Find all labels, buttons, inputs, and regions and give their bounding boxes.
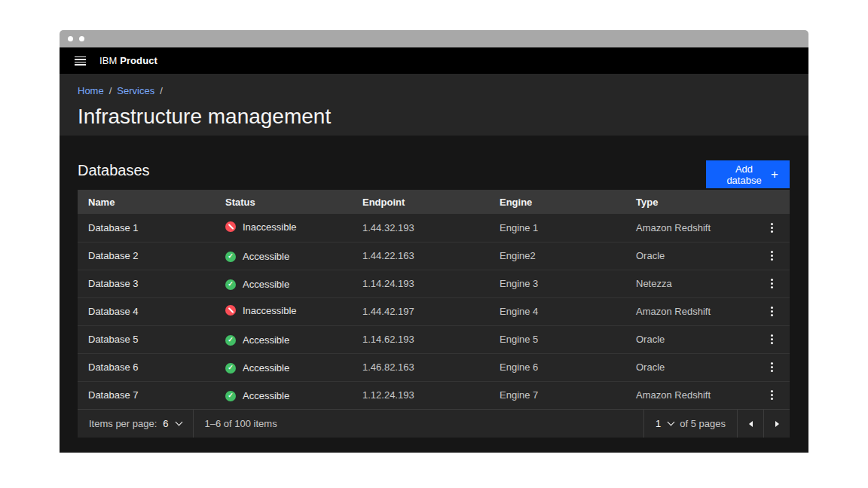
column-header-menu bbox=[753, 190, 790, 214]
hamburger-menu-icon bbox=[75, 56, 86, 66]
cell-type: Oracle bbox=[625, 242, 753, 270]
cell-name: Database 6 bbox=[78, 353, 215, 381]
breadcrumb-link-services[interactable]: Services bbox=[117, 85, 154, 96]
status-label: Accessible bbox=[243, 279, 289, 290]
cell-type: Oracle bbox=[625, 325, 753, 353]
cell-status: Accessible bbox=[215, 353, 352, 381]
page-number-select[interactable]: 1 bbox=[656, 418, 674, 429]
cell-engine: Engine 1 bbox=[489, 214, 625, 242]
column-header-endpoint: Endpoint bbox=[352, 190, 489, 214]
row-overflow-menu-button[interactable] bbox=[760, 300, 784, 324]
cell-name: Database 7 bbox=[78, 381, 215, 409]
column-header-engine: Engine bbox=[489, 190, 625, 214]
cell-engine: Engine 7 bbox=[489, 381, 625, 409]
caret-right-icon bbox=[775, 421, 779, 427]
previous-page-button[interactable] bbox=[737, 410, 763, 438]
items-range: 1–6 of 100 items bbox=[193, 410, 289, 438]
table-row: Database 4 Inaccessible 1.44.42.197 Engi… bbox=[78, 297, 790, 325]
section-title: Databases bbox=[78, 160, 150, 179]
cell-name: Database 4 bbox=[78, 297, 215, 325]
main-content: Databases Add databse + Name Status Endp… bbox=[60, 136, 808, 453]
add-database-button[interactable]: Add databse + bbox=[706, 160, 790, 188]
cell-type: Amazon Redshift bbox=[625, 214, 753, 242]
row-overflow-menu-button[interactable] bbox=[760, 328, 784, 352]
cell-endpoint: 1.44.22.163 bbox=[352, 242, 489, 270]
items-per-page-label: Items per page: bbox=[89, 418, 157, 429]
overflow-menu-icon bbox=[771, 338, 773, 340]
items-range-text: 1–6 of 100 items bbox=[205, 418, 277, 429]
cell-name: Database 1 bbox=[78, 214, 215, 242]
cell-name: Database 3 bbox=[78, 270, 215, 297]
cell-menu bbox=[753, 242, 790, 270]
cell-menu bbox=[753, 214, 790, 242]
add-database-button-label: Add databse bbox=[717, 163, 771, 186]
row-overflow-menu-button[interactable] bbox=[760, 383, 784, 407]
window-titlebar bbox=[60, 30, 808, 47]
status-label: Accessible bbox=[243, 251, 289, 262]
status-icon bbox=[225, 279, 236, 290]
status-icon bbox=[225, 363, 236, 374]
status-icon bbox=[225, 221, 236, 232]
status-icon bbox=[225, 305, 236, 316]
table-row: Database 7 Accessible 1.12.24.193 Engine… bbox=[78, 381, 790, 409]
row-overflow-menu-button[interactable] bbox=[760, 215, 784, 239]
breadcrumb-separator: / bbox=[109, 85, 112, 96]
status-label: Accessible bbox=[243, 362, 289, 374]
cell-menu bbox=[753, 297, 790, 325]
databases-table: Name Status Endpoint Engine Type Databas… bbox=[78, 190, 790, 409]
table-body: Database 1 Inaccessible 1.44.32.193 Engi… bbox=[78, 214, 790, 409]
breadcrumb-separator: / bbox=[160, 85, 163, 96]
cell-menu bbox=[753, 353, 790, 381]
section-header: Databases Add databse + bbox=[78, 136, 790, 188]
window-dot-2[interactable] bbox=[79, 36, 84, 41]
next-page-button[interactable] bbox=[763, 410, 790, 438]
overflow-menu-icon bbox=[771, 310, 773, 313]
column-header-status: Status bbox=[215, 190, 352, 214]
cell-engine: Engine 6 bbox=[489, 353, 625, 381]
plus-icon: + bbox=[771, 168, 778, 181]
cell-endpoint: 1.44.42.197 bbox=[352, 297, 489, 325]
cell-endpoint: 1.44.32.193 bbox=[352, 214, 489, 242]
hamburger-menu-button[interactable] bbox=[72, 53, 89, 69]
table-row: Database 6 Accessible 1.46.82.163 Engine… bbox=[78, 353, 790, 381]
cell-engine: Engine 4 bbox=[489, 297, 625, 325]
breadcrumb-link-home[interactable]: Home bbox=[78, 85, 104, 96]
cell-endpoint: 1.46.82.163 bbox=[352, 353, 489, 381]
row-overflow-menu-button[interactable] bbox=[760, 272, 784, 296]
overflow-menu-icon bbox=[771, 366, 773, 368]
status-label: Inaccessible bbox=[243, 305, 297, 316]
cell-endpoint: 1.12.24.193 bbox=[352, 381, 489, 409]
brand: IBM Product bbox=[99, 55, 157, 66]
cell-status: Accessible bbox=[215, 325, 352, 353]
status-label: Accessible bbox=[243, 334, 289, 346]
table-row: Database 3 Accessible 1.14.24.193 Engine… bbox=[78, 270, 790, 297]
cell-type: Amazon Redshift bbox=[625, 297, 753, 325]
chevron-down-icon bbox=[175, 419, 182, 426]
pagination-bar: Items per page: 6 1–6 of 100 items 1 of … bbox=[78, 409, 790, 438]
items-per-page: Items per page: 6 bbox=[78, 410, 193, 438]
row-overflow-menu-button[interactable] bbox=[760, 355, 784, 380]
cell-menu bbox=[753, 381, 790, 409]
items-per-page-value: 6 bbox=[163, 418, 168, 429]
column-header-type: Type bbox=[625, 190, 753, 214]
cell-endpoint: 1.14.24.193 bbox=[352, 270, 489, 297]
page-title: Infrastructure management bbox=[78, 105, 790, 129]
overflow-menu-icon bbox=[771, 282, 773, 285]
cell-status: Accessible bbox=[215, 242, 352, 270]
cell-type: Netezza bbox=[625, 270, 753, 297]
cell-type: Oracle bbox=[625, 353, 753, 381]
cell-status: Inaccessible bbox=[215, 297, 352, 325]
row-overflow-menu-button[interactable] bbox=[760, 244, 784, 268]
column-header-name: Name bbox=[78, 190, 215, 214]
brand-prefix: IBM bbox=[99, 55, 117, 66]
cell-name: Database 2 bbox=[78, 242, 215, 270]
window-dot-1[interactable] bbox=[68, 36, 73, 41]
status-label: Inaccessible bbox=[243, 221, 297, 233]
cell-menu bbox=[753, 325, 790, 353]
cell-status: Accessible bbox=[215, 270, 352, 297]
items-per-page-select[interactable]: 6 bbox=[163, 418, 181, 429]
cell-type: Amazon Redshift bbox=[625, 381, 753, 409]
overflow-menu-icon bbox=[771, 227, 773, 229]
cell-engine: Engine 5 bbox=[489, 325, 625, 353]
cell-status: Inaccessible bbox=[215, 214, 352, 242]
